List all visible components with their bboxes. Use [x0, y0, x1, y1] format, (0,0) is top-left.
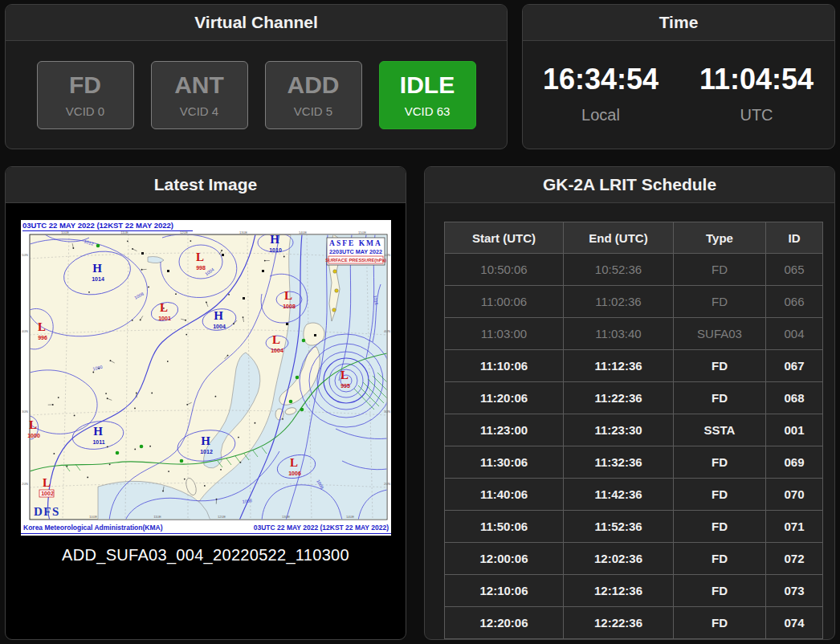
pressure-center-l: L — [37, 320, 45, 333]
map-bottom-right: 03UTC 22 MAY 2022 (12KST 22 MAY 2022) — [253, 524, 388, 532]
cell-type: SSTA — [674, 414, 766, 446]
schedule-header-row: Start (UTC) End (UTC) Type ID — [445, 222, 823, 254]
cell-type: FD — [674, 575, 766, 607]
pressure-center-h: H — [92, 262, 102, 275]
cell-end: 11:03:40 — [564, 318, 674, 350]
schedule-row: 11:03:0011:03:40SUFA03004 — [445, 318, 823, 350]
schedule-row: 12:20:0612:22:36FD074 — [445, 607, 823, 639]
pressure-center-h: H — [93, 425, 103, 438]
cell-type: FD — [674, 543, 766, 575]
weather-map-image: 03UTC 22 MAY 2022 (12KST 22 MAY 2022) — [21, 220, 391, 536]
pressure-center-l: L — [289, 456, 297, 469]
clock-utc: 11:04:54 UTC — [679, 63, 834, 124]
lat-label-left: 30N — [22, 410, 28, 414]
channel-label: FD — [69, 73, 101, 97]
channel-button-idle[interactable]: IDLE VCID 63 — [379, 61, 476, 129]
cell-end: 12:22:36 — [564, 607, 674, 639]
lon-label-top: 140E — [298, 230, 306, 234]
lon-label-top: 130E — [239, 230, 247, 234]
pressure-value: 1012 — [200, 449, 213, 454]
lat-label-right: 40N — [384, 329, 390, 333]
pressure-center-l: L — [271, 333, 279, 346]
cell-end: 11:52:36 — [564, 511, 674, 543]
cell-start: 11:30:06 — [445, 446, 564, 479]
cell-type: SUFA03 — [674, 318, 766, 350]
cell-start: 12:20:06 — [445, 607, 564, 639]
channel-button-fd[interactable]: FD VCID 0 — [37, 61, 134, 129]
legend-agency: ASFE KMA — [329, 239, 382, 247]
cell-type: FD — [674, 607, 766, 639]
pressure-value: 996 — [38, 335, 47, 340]
surface-pressure-chart: 03UTC 22 MAY 2022 (12KST 22 MAY 2022) — [21, 220, 391, 536]
pressure-value: 1008 — [283, 304, 296, 309]
clock-local-value: 16:34:54 — [523, 63, 679, 96]
lon-label-bottom: 120E — [217, 515, 225, 519]
schedule-row: 12:10:0612:12:36FD073 — [445, 575, 823, 607]
cell-end: 12:12:36 — [564, 575, 674, 607]
cell-start: 10:50:06 — [445, 254, 564, 286]
lon-label-top: 100E — [60, 230, 68, 234]
cell-type: FD — [674, 511, 766, 543]
schedule-row: 10:50:0610:52:36FD065 — [445, 254, 823, 286]
cell-end: 10:52:36 — [564, 254, 674, 286]
gk2a-lrit-dashboard: { "colors": { "accent_green": "#1f9b20",… — [0, 0, 840, 644]
pressure-value: 1000 — [27, 433, 40, 438]
column-start: Start (UTC) — [445, 222, 564, 254]
channel-vcid: VCID 5 — [294, 104, 332, 118]
schedule-row: 11:10:0611:12:36FD067 — [445, 350, 823, 382]
channel-vcid: VCID 0 — [66, 104, 104, 118]
cell-start: 11:50:06 — [445, 511, 564, 543]
cell-id: 071 — [766, 511, 823, 543]
cell-start: 11:23:00 — [445, 414, 564, 446]
pressure-value: 1001 — [158, 316, 171, 321]
cell-type: FD — [674, 254, 766, 286]
channel-button-add[interactable]: ADD VCID 5 — [265, 61, 362, 129]
cell-id: 070 — [766, 479, 823, 511]
clock-utc-value: 11:04:54 — [679, 63, 834, 96]
cell-type: FD — [674, 479, 766, 511]
cell-end: 11:23:30 — [564, 414, 674, 446]
pressure-center-h: H — [201, 434, 210, 447]
schedule-body: Start (UTC) End (UTC) Type ID 10:50:0610… — [425, 203, 834, 639]
legend-product: SURFACE PRESSURE(hPa) — [325, 258, 386, 263]
cell-id: 068 — [766, 382, 823, 414]
pressure-value: 998 — [196, 265, 206, 271]
pressure-center-h: H — [214, 309, 223, 322]
cell-end: 11:12:36 — [564, 350, 674, 382]
channel-label: IDLE — [400, 73, 455, 97]
pressure-value: 1010 — [269, 247, 282, 253]
cell-type: FD — [674, 446, 766, 479]
lat-label-left: 40N — [22, 329, 28, 333]
virtual-channel-title: Virtual Channel — [6, 5, 507, 41]
cell-type: FD — [674, 382, 766, 414]
pressure-center-l: L — [195, 251, 203, 263]
cell-end: 11:22:36 — [564, 382, 674, 414]
channel-button-ant[interactable]: ANT VCID 4 — [151, 61, 248, 129]
legend-datetime: 2203UTC MAY 2022 — [329, 248, 382, 255]
pressure-value: 1011 — [92, 439, 104, 445]
schedule-panel: GK-2A LRIT Schedule Start (UTC) End (UTC… — [424, 166, 835, 640]
cell-start: 11:03:00 — [445, 318, 564, 350]
schedule-row: 11:20:0611:22:36FD068 — [445, 382, 823, 414]
cell-id: 073 — [766, 575, 823, 607]
pressure-value: 995 — [340, 383, 350, 389]
lon-label-bottom: 110E — [153, 515, 161, 519]
lon-label-bottom: 140E — [345, 515, 353, 519]
cell-id: 074 — [766, 607, 823, 639]
virtual-channel-panel: Virtual Channel FD VCID 0 ANT VCID 4 ADD… — [5, 4, 508, 149]
clocks: 16:34:54 Local 11:04:54 UTC — [523, 41, 834, 124]
pressure-center-h: H — [270, 233, 279, 246]
pressure-value: 1004 — [213, 324, 226, 329]
cell-id: 069 — [766, 446, 823, 479]
latest-image-panel: Latest Image 03UTC 22 MAY 2022 (12KST 22… — [5, 166, 406, 640]
map-bottom-left: Korea Meteorological Administration(KMA) — [23, 524, 163, 532]
lon-label-bottom: 130E — [281, 515, 289, 519]
lat-label-right: 30N — [384, 410, 390, 414]
clock-local-label: Local — [523, 106, 679, 124]
cell-start: 11:10:06 — [445, 350, 564, 382]
cell-start: 11:00:06 — [445, 286, 564, 318]
lon-label-top: 110E — [120, 230, 128, 234]
map-watermark: DFS — [34, 505, 60, 518]
schedule-row: 11:00:0611:02:36FD066 — [445, 286, 823, 318]
pressure-center-l: L — [28, 418, 36, 431]
